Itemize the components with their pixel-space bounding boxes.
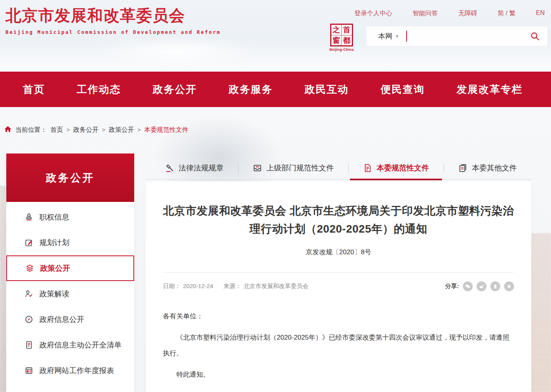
sidebar-item-label: 政府信息主动公开全清单 bbox=[39, 340, 122, 350]
smart-qa-link[interactable]: 智能问答 bbox=[412, 9, 438, 18]
article-date: 2020-12-24 bbox=[183, 283, 213, 290]
tab-commission-normative-documents[interactable]: 本委规范性文件 bbox=[348, 157, 444, 179]
breadcrumb-home[interactable]: 首页 bbox=[50, 126, 63, 134]
sidebar-title: 政务公开 bbox=[6, 153, 134, 202]
chevron-down-icon[interactable]: ▾ bbox=[396, 33, 398, 39]
doc-list-icon bbox=[24, 340, 33, 349]
person-check-icon bbox=[24, 289, 33, 298]
sidebar-item-label: 政府网站工作年度报表 bbox=[39, 366, 114, 376]
sidebar-item-label: 政府信息公开 bbox=[39, 314, 84, 325]
sidebar-item-label: 职权信息 bbox=[39, 212, 69, 222]
breadcrumb-current: 本委规范性文件 bbox=[144, 126, 189, 134]
nav-item-home[interactable]: 首页 bbox=[23, 83, 45, 96]
report-icon bbox=[24, 366, 33, 375]
article-title: 北京市发展和改革委员会 北京市生态环境局关于印发北京市塑料污染治理行动计划（20… bbox=[163, 202, 514, 238]
site-search: 本网 ▾ bbox=[366, 26, 548, 46]
main-navigation: 首页 工作动态 政务公开 政务服务 政民互动 便民查询 发展改革专栏 bbox=[0, 72, 551, 107]
sidebar-item-label: 政策解读 bbox=[39, 289, 69, 299]
compass-icon bbox=[24, 315, 33, 324]
nav-item-gov-services[interactable]: 政务服务 bbox=[229, 83, 273, 96]
article-body: 各有关单位： 《北京市塑料污染治理行动计划（2020-2025年）》已经市委深改… bbox=[163, 309, 514, 392]
article-meta-row: 日期：2020-12-24来源：北京市发展和改革委员会 分享: bbox=[163, 272, 514, 291]
sidebar-item-authority-info[interactable]: 职权信息 bbox=[6, 204, 134, 230]
simplified-traditional-link[interactable]: 简 / 繁 bbox=[497, 9, 515, 18]
nav-item-reform-column[interactable]: 发展改革专栏 bbox=[457, 83, 523, 96]
tab-commission-other-documents[interactable]: 本委其他文件 bbox=[444, 157, 531, 179]
sidebar-item-gov-info-disclosure[interactable]: 政府信息公开 bbox=[6, 307, 134, 332]
accessibility-link[interactable]: 无障碍 bbox=[458, 9, 477, 18]
article-source: 北京市发展和改革委员会 bbox=[244, 283, 309, 290]
sidebar-item-proactive-disclosure-list[interactable]: 政府信息主动公开全清单 bbox=[6, 332, 134, 358]
english-link[interactable]: EN bbox=[536, 9, 545, 18]
article-panel: 北京市发展和改革委员会 北京市生态环境局关于印发北京市塑料污染治理行动计划（20… bbox=[146, 181, 531, 392]
weibo-share-icon[interactable] bbox=[477, 281, 486, 291]
site-logo[interactable]: 北京市发展和改革委员会 Beijing Municipal Commission… bbox=[6, 6, 221, 35]
sidebar-item-policy-disclosure[interactable]: 政策公开 bbox=[6, 255, 134, 281]
login-link[interactable]: 登录个人中心 bbox=[354, 9, 392, 18]
document-category-tabs: 法律法规规章 上级部门规范性文件 本委规范性文件 bbox=[146, 157, 531, 179]
seal-char: 窗 bbox=[331, 35, 342, 46]
search-input[interactable] bbox=[407, 26, 530, 46]
sidebar: 政务公开 职权信息 规划计划 bbox=[6, 153, 134, 392]
nav-item-interaction[interactable]: 政民互动 bbox=[305, 83, 349, 96]
tab-label: 上级部门规范性文件 bbox=[266, 163, 334, 173]
breadcrumb: 当前位置： 首页 > 政务公开 > 政策公开 > 本委规范性文件 bbox=[4, 125, 189, 135]
sidebar-item-website-annual-report[interactable]: 政府网站工作年度报表 bbox=[6, 358, 134, 383]
sidebar-item-label: 政策公开 bbox=[40, 263, 70, 274]
breadcrumb-policy-disclosure[interactable]: 政策公开 bbox=[109, 126, 134, 134]
tab-label: 本委规范性文件 bbox=[377, 163, 429, 173]
qq-share-icon[interactable] bbox=[490, 281, 500, 291]
tab-laws-regulations[interactable]: 法律法规规章 bbox=[150, 157, 238, 179]
seal-char: 首 bbox=[342, 25, 352, 35]
site-header: 北京市发展和改革委员会 Beijing Municipal Commission… bbox=[0, 0, 551, 72]
gavel-icon bbox=[165, 163, 174, 173]
nav-item-work-updates[interactable]: 工作动态 bbox=[77, 83, 121, 96]
nav-item-gov-disclosure[interactable]: 政务公开 bbox=[153, 83, 197, 96]
article-meta: 日期：2020-12-24来源：北京市发展和改革委员会 bbox=[163, 283, 309, 290]
share-bar: 分享: bbox=[445, 281, 514, 291]
layers-icon bbox=[25, 264, 34, 273]
document-red-icon bbox=[363, 163, 372, 173]
seal-char: 都 bbox=[342, 35, 352, 46]
search-scope-select[interactable]: 本网 bbox=[378, 31, 392, 41]
site-title: 北京市发展和改革委员会 bbox=[6, 6, 221, 24]
article-paragraph: 《北京市塑料污染治理行动计划（2020-2025年）》已经市委深改委第十四次会议… bbox=[163, 330, 514, 361]
beijing-china-seal-logo[interactable]: 之 首 窗 都 Beijing-China bbox=[329, 24, 354, 52]
site-subtitle: Beijing Municipal Commission of Developm… bbox=[6, 29, 221, 35]
top-utility-links: 登录个人中心 智能问答 无障碍 简 / 繁 EN bbox=[354, 9, 545, 18]
main-content: 法律法规规章 上级部门规范性文件 本委规范性文件 bbox=[146, 157, 531, 392]
breadcrumb-separator: > bbox=[67, 127, 70, 133]
breadcrumb-label: 当前位置： bbox=[15, 126, 47, 134]
watermark-architecture-left bbox=[0, 186, 6, 392]
breadcrumb-separator: > bbox=[102, 127, 105, 133]
breadcrumb-separator: > bbox=[137, 127, 141, 133]
document-number: 京发改规〔2020〕8号 bbox=[163, 248, 514, 257]
seal-caption: Beijing-China bbox=[329, 48, 354, 52]
tab-label: 本委其他文件 bbox=[472, 163, 517, 173]
share-label: 分享: bbox=[445, 283, 459, 290]
search-icon[interactable] bbox=[530, 31, 540, 41]
article-salutation: 各有关单位： bbox=[163, 309, 514, 324]
home-icon[interactable] bbox=[4, 125, 12, 135]
wechat-share-icon[interactable] bbox=[463, 281, 473, 291]
edit-icon bbox=[24, 238, 33, 247]
seal-icon: 之 首 窗 都 bbox=[330, 24, 353, 46]
seal-char: 之 bbox=[331, 25, 342, 35]
sidebar-item-decision-directory[interactable]: 决策目录 bbox=[6, 383, 134, 392]
nav-item-convenience-query[interactable]: 便民查询 bbox=[381, 83, 425, 96]
source-label: 来源： bbox=[224, 283, 241, 290]
stamp-icon bbox=[24, 213, 33, 222]
tab-superior-normative-documents[interactable]: 上级部门规范性文件 bbox=[238, 157, 348, 179]
sidebar-menu: 职权信息 规划计划 政策公开 bbox=[6, 202, 134, 392]
breadcrumb-gov-disclosure[interactable]: 政务公开 bbox=[73, 126, 98, 134]
sidebar-item-label: 规划计划 bbox=[39, 238, 69, 248]
tab-label: 法律法规规章 bbox=[179, 163, 224, 173]
watermark-architecture-right bbox=[528, 233, 551, 392]
star-share-icon[interactable] bbox=[504, 281, 514, 291]
sidebar-item-planning[interactable]: 规划计划 bbox=[6, 230, 134, 255]
article-paragraph: 特此通知。 bbox=[163, 367, 514, 383]
sidebar-item-policy-interpretation[interactable]: 政策解读 bbox=[6, 281, 134, 307]
file-copy-icon bbox=[458, 163, 468, 173]
inbox-icon bbox=[253, 163, 262, 173]
date-label: 日期： bbox=[163, 283, 181, 290]
